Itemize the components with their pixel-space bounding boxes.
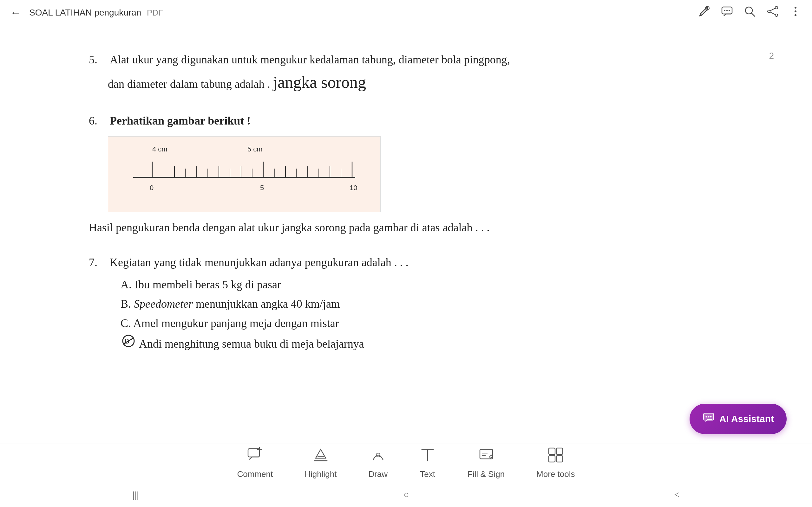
option-c: C. Amel mengukur panjang meja dengan mis… [120, 314, 723, 333]
option-d-text: Andi menghitung semua buku di meja belaj… [139, 334, 364, 354]
svg-text:10: 10 [350, 184, 357, 192]
back-nav-icon[interactable]: < [674, 489, 679, 500]
text-label: Text [420, 469, 435, 479]
title-text: SOAL LATIHAN pengukuran [29, 8, 141, 17]
question-5: 5. Alat ukur yang digunakan untuk menguk… [89, 51, 723, 95]
option-b-italic: Speedometer [134, 297, 193, 310]
option-b-prefix: B. [120, 297, 134, 310]
toolbar-highlight[interactable]: Highlight [305, 447, 337, 479]
svg-point-14 [795, 14, 797, 16]
svg-rect-58 [556, 448, 563, 454]
svg-text:5 cm: 5 cm [247, 145, 263, 153]
text-icon [419, 447, 436, 467]
svg-rect-53 [480, 449, 493, 459]
svg-rect-57 [549, 448, 555, 454]
home-nav-icon[interactable]: ○ [403, 489, 409, 500]
header: ← SOAL LATIHAN pengukuran PDF [0, 0, 812, 25]
svg-rect-59 [549, 456, 555, 462]
highlight-icon [312, 447, 329, 467]
comment-add-icon [247, 447, 263, 467]
q5-text2-part1: dan diameter dalam tabung adalah . [108, 78, 270, 90]
svg-line-11 [770, 12, 775, 14]
fill-sign-label: Fill & Sign [467, 469, 505, 479]
recents-nav-icon[interactable]: ||| [133, 489, 138, 500]
ai-icon [702, 411, 715, 427]
option-a: A. Ibu membeli beras 5 kg di pasar [120, 275, 723, 294]
svg-point-4 [728, 10, 730, 11]
svg-point-8 [768, 10, 770, 13]
q5-text: Alat ukur yang digunakan untuk mengukur … [110, 53, 510, 66]
q5-number: 5. [89, 53, 97, 66]
svg-text:5: 5 [260, 184, 264, 192]
svg-point-12 [795, 7, 797, 9]
toolbar-draw[interactable]: Draw [368, 447, 388, 479]
toolbar-comment[interactable]: Comment [237, 447, 273, 479]
ai-assistant-button[interactable]: AI Assistant [690, 404, 786, 434]
q6-result-text: Hasil pengukuran benda dengan alat ukur … [89, 219, 723, 237]
svg-point-2 [724, 10, 725, 11]
svg-point-13 [795, 10, 797, 12]
bottom-toolbar: Comment Highlight Draw [0, 444, 812, 482]
svg-point-44 [708, 416, 709, 418]
more-icon[interactable] [789, 5, 802, 20]
back-button[interactable]: ← [10, 6, 21, 19]
option-d: D Andi menghitung semua buku di meja bel… [120, 333, 723, 355]
annotate-icon[interactable] [698, 5, 711, 20]
svg-rect-46 [248, 449, 259, 457]
svg-point-3 [726, 10, 728, 11]
q5-answer: jangka sorong [273, 73, 366, 91]
draw-icon [370, 447, 386, 467]
ruler-image: 4 cm 5 cm [108, 136, 380, 212]
more-tools-icon [548, 447, 564, 467]
q7-text: Kegiatan yang tidak menunjukkan adanya p… [110, 256, 409, 269]
svg-line-10 [770, 8, 775, 11]
document-title: SOAL LATIHAN pengukuran PDF [29, 8, 163, 18]
q7-number: 7. [89, 256, 97, 269]
q5-text2: dan diameter dalam tabung adalah . jangk… [108, 78, 366, 90]
share-icon[interactable] [766, 5, 779, 20]
toolbar-text[interactable]: Text [419, 447, 436, 479]
option-b: B. Speedometer menunjukkan angka 40 km/j… [120, 294, 723, 314]
ai-assistant-label: AI Assistant [719, 413, 774, 424]
option-b-suffix: menunjukkan angka 40 km/jam [193, 297, 340, 310]
comment-icon[interactable] [721, 5, 733, 20]
comment-label: Comment [237, 469, 273, 479]
svg-point-9 [775, 14, 778, 16]
pdf-label: PDF [147, 8, 163, 17]
toolbar-more-tools[interactable]: More tools [537, 447, 575, 479]
svg-point-7 [775, 6, 778, 9]
svg-point-45 [710, 416, 711, 418]
system-nav-bar: ||| ○ < [0, 482, 812, 507]
more-tools-label: More tools [537, 469, 575, 479]
svg-point-43 [705, 416, 707, 418]
svg-text:4 cm: 4 cm [152, 145, 167, 153]
draw-label: Draw [368, 469, 388, 479]
page-number: 2 [769, 51, 774, 61]
fill-sign-icon [478, 447, 495, 467]
svg-text:D: D [124, 337, 130, 345]
svg-line-6 [751, 13, 755, 16]
highlight-label: Highlight [305, 469, 337, 479]
header-icons [698, 5, 802, 20]
toolbar-fill-sign[interactable]: Fill & Sign [467, 447, 505, 479]
q6-text: Perhatikan gambar berikut ! [110, 114, 251, 127]
svg-rect-60 [556, 456, 563, 462]
q6-number: 6. [89, 114, 97, 127]
main-content: 2 5. Alat ukur yang digunakan untuk meng… [0, 25, 812, 444]
answer-options: A. Ibu membeli beras 5 kg di pasar B. Sp… [120, 275, 723, 355]
search-icon[interactable] [744, 5, 756, 20]
question-7: 7. Kegiatan yang tidak menunjukkan adany… [89, 253, 723, 355]
question-6: 6. Perhatikan gambar berikut ! 4 cm 5 cm [89, 112, 723, 237]
svg-text:0: 0 [150, 184, 154, 192]
